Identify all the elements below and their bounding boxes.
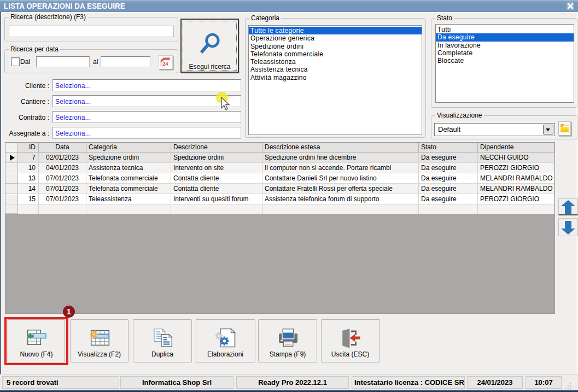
svg-text:24: 24 [162, 61, 168, 67]
